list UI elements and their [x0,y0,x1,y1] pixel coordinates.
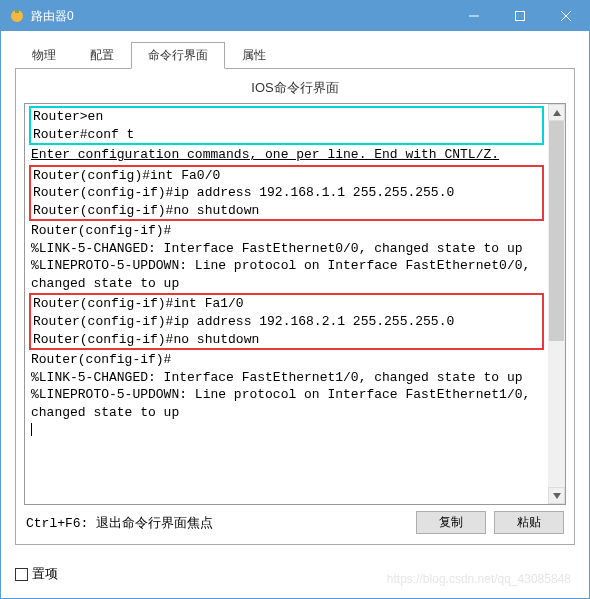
cli-line: Enter configuration commands, one per li… [29,146,544,164]
cli-line: Router(config-if)#int Fa1/0 [33,295,540,313]
cli-line: Router(config-if)#ip address 192.168.1.1… [33,184,540,202]
cli-line: Router(config-if)# [29,222,544,240]
cli-line: Router(config-if)#ip address 192.168.2.1… [33,313,540,331]
titlebar: 路由器0 [1,1,589,31]
svg-rect-3 [516,12,525,21]
scrollbar[interactable] [548,104,565,504]
footer: 置项 [1,555,589,595]
option-checkbox-row[interactable]: 置项 [15,565,575,583]
cli-line: %LINK-5-CHANGED: Interface FastEthernet0… [29,240,544,258]
cli-line: %LINEPROTO-5-UPDOWN: Line protocol on In… [29,386,544,421]
tab-physical[interactable]: 物理 [15,42,73,69]
copy-button[interactable]: 复制 [416,511,486,534]
option-checkbox-label: 置项 [32,565,58,583]
maximize-button[interactable] [497,1,543,31]
tab-strip: 物理 配置 命令行界面 属性 [1,31,589,68]
tab-attributes[interactable]: 属性 [225,42,283,69]
paste-button[interactable]: 粘贴 [494,511,564,534]
cli-line: Router(config-if)# [29,351,544,369]
cli-line: Router(config)#int Fa0/0 [33,167,540,185]
window-title: 路由器0 [31,8,451,25]
svg-rect-1 [15,10,19,13]
window-controls [451,1,589,31]
help-text: Ctrl+F6: 退出命令行界面焦点 [26,514,408,532]
tab-config[interactable]: 配置 [73,42,131,69]
scroll-down-button[interactable] [548,487,565,504]
close-button[interactable] [543,1,589,31]
minimize-button[interactable] [451,1,497,31]
scroll-up-button[interactable] [548,104,565,121]
app-icon [9,8,25,24]
scroll-thumb[interactable] [549,121,564,341]
scroll-track[interactable] [548,121,565,487]
cli-container: Router>en Router#conf t Enter configurat… [24,103,566,505]
cli-line: Router(config-if)#no shutdown [33,202,540,220]
svg-marker-7 [553,493,561,499]
cli-highlight-cyan: Router>en Router#conf t [29,106,544,145]
svg-marker-6 [553,110,561,116]
cli-line: Router#conf t [33,126,540,144]
cli-line: Router>en [33,108,540,126]
tab-cli[interactable]: 命令行界面 [131,42,225,69]
help-row: Ctrl+F6: 退出命令行界面焦点 复制 粘贴 [24,505,566,534]
cli-line: %LINK-5-CHANGED: Interface FastEthernet1… [29,369,544,387]
cli-line: %LINEPROTO-5-UPDOWN: Line protocol on In… [29,257,544,292]
cli-line: Router(config-if)#no shutdown [33,331,540,349]
cli-panel: IOS命令行界面 Router>en Router#conf t Enter c… [15,68,575,545]
cli-highlight-red-1: Router(config)#int Fa0/0 Router(config-i… [29,165,544,222]
cli-cursor-line [29,421,544,439]
option-checkbox[interactable] [15,568,28,581]
panel-title: IOS命令行界面 [24,75,566,103]
cli-output[interactable]: Router>en Router#conf t Enter configurat… [25,104,548,504]
cli-highlight-red-2: Router(config-if)#int Fa1/0 Router(confi… [29,293,544,350]
